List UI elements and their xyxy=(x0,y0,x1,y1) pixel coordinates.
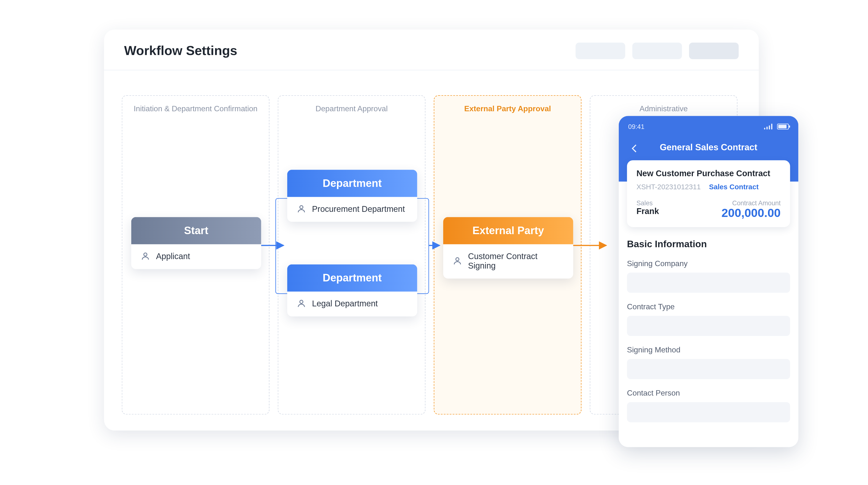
status-time: 09:41 xyxy=(628,123,645,130)
input-signing-company[interactable] xyxy=(627,273,790,293)
battery-icon xyxy=(777,124,789,130)
node-title: Department xyxy=(287,170,417,197)
user-icon xyxy=(297,204,306,213)
field-signing-method: Signing Method xyxy=(627,345,790,379)
signal-icon xyxy=(764,124,774,130)
page-title: Workflow Settings xyxy=(124,43,237,58)
header-button-placeholder-1[interactable] xyxy=(576,42,625,59)
header-actions xyxy=(576,42,739,59)
node-role: Customer Contract Signing xyxy=(443,244,573,279)
amount-label: Contract Amount xyxy=(721,199,781,206)
lane-title: Initiation & Department Confirmation xyxy=(122,104,269,113)
lane-title: External Party Approval xyxy=(434,104,581,113)
sales-value: Frank xyxy=(637,206,659,216)
svg-point-3 xyxy=(456,258,459,261)
input-contact-person[interactable] xyxy=(627,402,790,422)
node-department-procurement[interactable]: Department Procurement Department xyxy=(287,170,417,222)
svg-point-0 xyxy=(144,253,147,256)
contract-tag[interactable]: Sales Contract xyxy=(709,183,758,191)
lane-title: Administrative xyxy=(590,104,737,113)
node-external-party[interactable]: External Party Customer Contract Signing xyxy=(443,217,573,279)
field-contract-type: Contract Type xyxy=(627,302,790,336)
contract-title: New Customer Purchase Contract xyxy=(637,168,781,178)
node-title: Start xyxy=(131,217,261,244)
user-icon xyxy=(453,256,462,266)
svg-point-1 xyxy=(300,205,303,209)
lane-title: Department Approval xyxy=(278,104,425,113)
contract-summary-card: New Customer Purchase Contract XSHT-2023… xyxy=(627,160,790,227)
mobile-preview: 09:41 General Sales Contract New Custome… xyxy=(619,116,799,447)
header-button-placeholder-2[interactable] xyxy=(632,42,682,59)
contract-code: XSHT-20231012311 xyxy=(637,183,701,191)
node-role: Applicant xyxy=(131,244,261,269)
phone-title: General Sales Contract xyxy=(660,142,757,152)
node-title: Department xyxy=(287,264,417,292)
node-start[interactable]: Start Applicant xyxy=(131,217,261,269)
node-role: Procurement Department xyxy=(287,197,417,222)
back-icon[interactable] xyxy=(629,143,640,156)
node-role: Legal Department xyxy=(287,292,417,316)
amount-value: 200,000.00 xyxy=(721,206,781,220)
node-department-legal[interactable]: Department Legal Department xyxy=(287,264,417,317)
sales-label: Sales xyxy=(637,199,659,206)
input-contract-type[interactable] xyxy=(627,316,790,336)
input-signing-method[interactable] xyxy=(627,359,790,379)
node-title: External Party xyxy=(443,217,573,244)
field-signing-company: Signing Company xyxy=(627,259,790,293)
field-contact-person: Contact Person xyxy=(627,389,790,422)
svg-point-2 xyxy=(300,300,303,304)
status-bar: 09:41 xyxy=(628,123,789,130)
section-title: Basic Information xyxy=(627,239,790,250)
user-icon xyxy=(141,251,150,261)
lane-department-approval: Department Approval xyxy=(278,95,426,415)
header-button-placeholder-3[interactable] xyxy=(689,42,739,59)
user-icon xyxy=(297,298,306,308)
card-header: Workflow Settings xyxy=(104,30,759,70)
